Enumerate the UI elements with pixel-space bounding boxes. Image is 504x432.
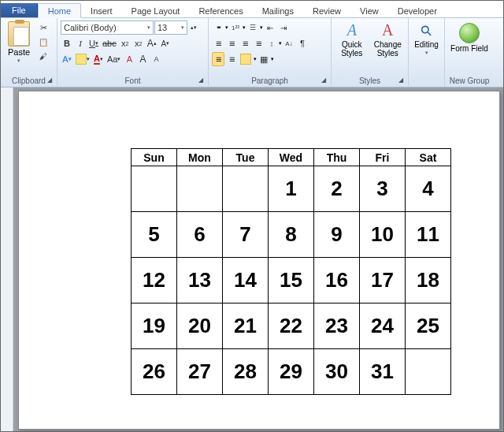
calendar-cell[interactable]: 18 — [406, 258, 451, 304]
dialog-launcher-icon[interactable]: ◢ — [198, 76, 203, 84]
quick-styles-button[interactable]: A Quick Styles — [335, 20, 369, 58]
calendar-cell[interactable]: 1 — [269, 166, 314, 212]
page[interactable]: Sun Mon Tue Wed Thu Fri Sat 123456789101… — [18, 91, 500, 430]
quick-styles-icon: A — [347, 21, 357, 39]
bullets-button[interactable] — [212, 20, 224, 35]
tab-page-layout[interactable]: Page Layout — [122, 4, 190, 17]
calendar-cell[interactable]: 25 — [406, 304, 451, 349]
font-name-combo[interactable]: Calibri (Body)▾ — [61, 20, 154, 35]
italic-button[interactable]: I — [74, 36, 87, 50]
align-right-button[interactable]: ≡ — [239, 36, 251, 50]
calendar-cell[interactable]: 3 — [360, 166, 406, 212]
calendar-cell[interactable]: 21 — [223, 304, 269, 349]
text-effects-button[interactable]: A▾ — [61, 52, 73, 66]
calendar-cell[interactable]: 7 — [223, 212, 269, 258]
calendar-cell[interactable]: 5 — [132, 212, 177, 258]
calendar-cell[interactable]: 6 — [177, 212, 223, 258]
calendar-cell[interactable]: 23 — [314, 304, 360, 349]
dialog-launcher-icon[interactable]: ◢ — [47, 76, 52, 84]
copy-button[interactable] — [36, 35, 50, 48]
align-center2-button[interactable]: ≡ — [225, 52, 238, 66]
calendar-cell[interactable]: 10 — [360, 212, 406, 258]
paste-button[interactable]: Paste ▾ — [4, 20, 34, 64]
decrease-indent-button[interactable] — [264, 20, 276, 35]
calendar-cell[interactable]: 9 — [314, 212, 360, 258]
align-left-button[interactable]: ≡ — [212, 36, 224, 50]
grow-font-button[interactable]: A▴ — [146, 36, 158, 50]
calendar-cell[interactable]: 29 — [269, 349, 314, 395]
calendar-cell[interactable]: 16 — [314, 258, 360, 304]
calendar-cell[interactable]: 11 — [406, 212, 451, 258]
shading-button[interactable] — [239, 52, 253, 66]
day-header: Wed — [269, 149, 314, 166]
cut-button[interactable] — [36, 21, 50, 34]
form-field-button[interactable]: Form Field — [448, 20, 491, 53]
bold-button[interactable]: B — [61, 36, 73, 50]
calendar-cell[interactable]: 20 — [177, 304, 223, 349]
calendar-row: 567891011 — [132, 212, 451, 258]
calendar-cell[interactable]: 27 — [177, 349, 223, 395]
editing-button[interactable]: Editing ▾ — [412, 20, 441, 56]
numbering-button[interactable] — [229, 20, 242, 35]
calendar-cell[interactable]: 22 — [269, 304, 314, 349]
tab-home[interactable]: Home — [38, 3, 81, 18]
justify-button[interactable]: ≡ — [252, 36, 265, 50]
calendar-cell[interactable]: 24 — [360, 304, 406, 349]
subscript-button[interactable]: x2 — [119, 36, 132, 50]
group-clipboard: Paste ▾ Clipboard◢ — [1, 18, 57, 87]
highlight-button[interactable]: ▾ — [74, 52, 91, 66]
calendar-cell[interactable]: 30 — [314, 349, 360, 395]
font-size-arrows[interactable]: ▴▾ — [188, 20, 199, 35]
grow-font-alt-button[interactable]: A — [136, 52, 149, 66]
align-left-active-button[interactable]: ≡ — [212, 52, 224, 66]
calendar-cell[interactable]: 4 — [406, 166, 451, 212]
calendar-cell[interactable]: 28 — [223, 349, 269, 395]
shrink-font-alt-button[interactable]: A — [150, 52, 162, 66]
shrink-font-button[interactable]: A▾ — [159, 36, 172, 50]
underline-button[interactable]: U▾ — [87, 36, 100, 50]
font-color-button[interactable]: A▾ — [92, 52, 105, 66]
group-label-font: Font◢ — [61, 76, 205, 87]
strikethrough-button[interactable]: abc — [101, 36, 118, 50]
tab-references[interactable]: References — [189, 4, 252, 17]
format-painter-button[interactable] — [36, 50, 50, 62]
calendar-table[interactable]: Sun Mon Tue Wed Thu Fri Sat 123456789101… — [131, 148, 451, 395]
change-case-button[interactable]: Aa▾ — [106, 52, 122, 66]
increase-indent-button[interactable] — [277, 20, 290, 35]
calendar-cell[interactable]: 17 — [360, 258, 406, 304]
day-header: Thu — [314, 149, 360, 166]
group-editing: Editing ▾ — [409, 18, 445, 87]
tab-mailings[interactable]: Mailings — [253, 4, 303, 17]
calendar-cell[interactable] — [132, 166, 177, 212]
tab-file[interactable]: File — [1, 3, 38, 17]
borders-button[interactable] — [258, 52, 270, 66]
tab-review[interactable]: Review — [303, 4, 350, 17]
calendar-cell[interactable]: 26 — [132, 349, 177, 395]
change-styles-button[interactable]: A Change Styles — [371, 20, 406, 58]
clear-format-button[interactable]: A — [123, 52, 135, 66]
calendar-cell[interactable] — [177, 166, 223, 212]
calendar-cell[interactable] — [406, 349, 451, 395]
dialog-launcher-icon[interactable]: ◢ — [321, 76, 326, 84]
calendar-cell[interactable]: 15 — [269, 258, 314, 304]
superscript-button[interactable]: x2 — [132, 36, 145, 50]
chevron-down-icon: ▾ — [425, 50, 428, 56]
calendar-cell[interactable]: 2 — [314, 166, 360, 212]
show-marks-button[interactable] — [296, 36, 309, 50]
font-size-combo[interactable]: 13▾ — [154, 20, 187, 35]
calendar-cell[interactable]: 14 — [223, 258, 269, 304]
dialog-launcher-icon[interactable]: ◢ — [398, 76, 403, 84]
tab-developer[interactable]: Developer — [388, 4, 447, 17]
calendar-cell[interactable]: 12 — [132, 258, 177, 304]
calendar-cell[interactable] — [223, 166, 269, 212]
multilevel-button[interactable] — [246, 20, 259, 35]
sort-button[interactable] — [283, 36, 295, 50]
tab-view[interactable]: View — [350, 4, 388, 17]
calendar-cell[interactable]: 19 — [132, 304, 177, 349]
calendar-cell[interactable]: 31 — [360, 349, 406, 395]
line-spacing-button[interactable] — [265, 36, 278, 50]
calendar-cell[interactable]: 13 — [177, 258, 223, 304]
calendar-cell[interactable]: 8 — [269, 212, 314, 258]
align-center-button[interactable]: ≡ — [225, 36, 238, 50]
tab-insert[interactable]: Insert — [81, 4, 122, 17]
